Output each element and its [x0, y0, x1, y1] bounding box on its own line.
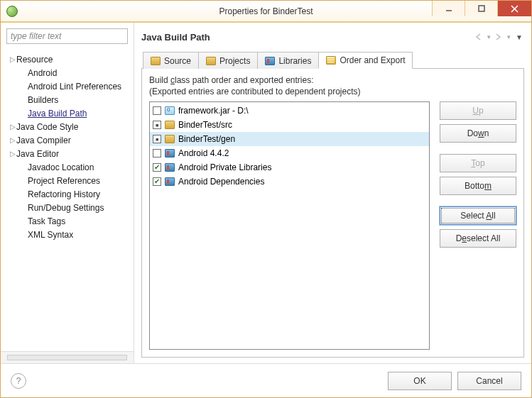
folder-icon: [151, 57, 161, 65]
tree-item[interactable]: Android: [5, 66, 134, 79]
tree-item-label: Java Compiler: [16, 136, 71, 145]
cancel-button[interactable]: Cancel: [457, 372, 521, 390]
tree-item[interactable]: Java Build Path: [5, 106, 134, 120]
tree-item-label: Java Code Style: [16, 122, 78, 132]
category-tree[interactable]: ▷ResourceAndroidAndroid Lint Preferences…: [1, 50, 134, 351]
tree-item-label: Android: [28, 68, 57, 78]
entries-list[interactable]: framework.jar - D:\BinderTest/srcBinderT…: [149, 101, 430, 350]
list-row[interactable]: Android 4.4.2: [150, 146, 429, 160]
tab[interactable]: Projects: [198, 52, 258, 69]
tree-item[interactable]: Project References: [5, 174, 134, 187]
section-title: Java Build Path: [141, 32, 210, 43]
checkbox[interactable]: [153, 121, 161, 129]
maximize-button[interactable]: [465, 1, 497, 16]
svg-line-2: [511, 6, 518, 12]
checkbox[interactable]: [153, 163, 161, 172]
bottom-button[interactable]: Bottom: [440, 177, 516, 195]
entry-label: BinderTest/src: [178, 120, 232, 130]
down-button[interactable]: Down: [440, 124, 516, 143]
book-icon: [165, 177, 175, 186]
order-icon: [326, 56, 336, 65]
tab-label: Source: [164, 56, 191, 66]
tab[interactable]: Source: [143, 52, 199, 69]
svg-rect-1: [479, 6, 484, 11]
description-text: Build class path order and exported entr…: [149, 74, 516, 97]
tab[interactable]: Libraries: [257, 52, 319, 69]
checkbox[interactable]: [153, 135, 161, 143]
window-title: Properties for BinderTest: [219, 6, 313, 16]
tree-item-label: Project References: [28, 176, 100, 186]
pkg-icon: [165, 121, 175, 129]
tree-item-label: XML Syntax: [28, 230, 73, 240]
expander-icon[interactable]: ▷: [9, 136, 16, 144]
close-button[interactable]: [497, 1, 531, 16]
ok-button[interactable]: OK: [388, 372, 452, 390]
tree-item-label: Run/Debug Settings: [28, 203, 104, 213]
checkbox[interactable]: [153, 177, 161, 186]
titlebar: Properties for BinderTest: [1, 1, 531, 22]
filter-input-wrap[interactable]: [6, 28, 128, 44]
tree-item[interactable]: ▷Java Editor: [5, 147, 134, 160]
book-icon: [165, 149, 175, 157]
tab-bar: SourceProjectsLibrariesOrder and Export: [141, 51, 524, 69]
tree-item-label: Java Build Path: [28, 109, 87, 118]
tree-item-label: Java Editor: [16, 149, 59, 159]
expander-icon[interactable]: ▷: [9, 55, 16, 63]
tree-item[interactable]: Android Lint Preferences: [5, 79, 134, 93]
filter-input[interactable]: [11, 31, 124, 41]
list-row[interactable]: Android Private Libraries: [150, 160, 429, 175]
entry-label: framework.jar - D:\: [178, 106, 249, 116]
book-icon: [165, 163, 175, 172]
horizontal-scrollbar[interactable]: [1, 351, 134, 363]
up-button[interactable]: Up: [440, 101, 516, 120]
tree-item[interactable]: Builders: [5, 93, 134, 106]
list-row[interactable]: Android Dependencies: [150, 175, 429, 189]
top-button[interactable]: Top: [440, 154, 516, 172]
tree-item-label: Resource: [16, 55, 53, 65]
entry-label: Android Private Libraries: [178, 162, 271, 172]
checkbox[interactable]: [153, 149, 161, 157]
tree-item[interactable]: Run/Debug Settings: [5, 201, 134, 214]
tree-item-label: Javadoc Location: [28, 162, 94, 172]
tree-item-label: Builders: [28, 95, 58, 105]
book-icon: [265, 57, 275, 65]
list-row[interactable]: framework.jar - D:\: [150, 104, 429, 118]
tree-item[interactable]: Task Tags: [5, 214, 134, 228]
tree-item[interactable]: ▷Java Compiler: [5, 133, 134, 147]
back-button[interactable]: ▼: [474, 32, 493, 42]
forward-button[interactable]: ▼: [494, 32, 513, 42]
entry-label: Android Dependencies: [178, 177, 264, 187]
pkg-icon: [165, 135, 175, 143]
view-menu-button[interactable]: ▼: [514, 32, 524, 43]
deselect-all-button[interactable]: Deselect All: [440, 229, 516, 248]
checkbox[interactable]: [153, 106, 161, 115]
folder-icon: [206, 57, 216, 65]
select-all-button[interactable]: Select All: [440, 206, 516, 225]
tab-label: Projects: [219, 56, 250, 66]
expander-icon[interactable]: ▷: [9, 123, 16, 131]
app-icon: [6, 6, 18, 17]
entry-label: BinderTest/gen: [178, 134, 235, 144]
help-button[interactable]: ?: [11, 373, 26, 389]
tree-item[interactable]: ▷Java Code Style: [5, 120, 134, 133]
tree-item[interactable]: Javadoc Location: [5, 160, 134, 174]
list-row[interactable]: BinderTest/src: [150, 118, 429, 132]
tab[interactable]: Order and Export: [318, 52, 413, 69]
tree-item-label: Task Tags: [28, 216, 65, 226]
tree-item[interactable]: ▷Resource: [5, 52, 134, 66]
tree-item-label: Android Lint Preferences: [28, 82, 121, 92]
entry-label: Android 4.4.2: [178, 148, 229, 158]
list-row[interactable]: BinderTest/gen: [150, 132, 429, 146]
jar-icon: [165, 106, 175, 115]
tree-item-label: Refactoring History: [28, 189, 100, 199]
svg-line-3: [511, 6, 518, 12]
tree-item[interactable]: Refactoring History: [5, 187, 134, 201]
tab-label: Order and Export: [340, 55, 405, 65]
expander-icon[interactable]: ▷: [9, 150, 16, 157]
minimize-button[interactable]: [432, 1, 465, 16]
tab-label: Libraries: [278, 56, 311, 66]
tree-item[interactable]: XML Syntax: [5, 228, 134, 241]
